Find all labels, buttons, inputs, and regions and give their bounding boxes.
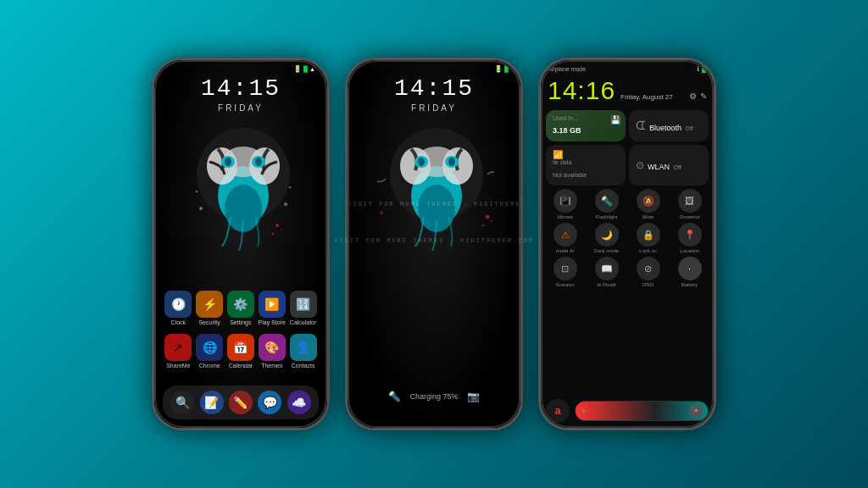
phone-3-screen: Airplane mode ℹ ▉ 14:16 Friday, August 2… [541,60,714,428]
mobile-data-icon: 📶 [553,150,619,159]
toggle-lockscreen[interactable]: 🔒 Lock sc [629,223,667,253]
flashlight-icon[interactable]: 🔦 [388,391,401,402]
airplane-bar: Airplane mode ℹ ▉ [548,65,707,73]
app-calendar[interactable]: 📅 Calendar [227,334,254,369]
location-circle: 📍 [678,223,702,247]
dock-cloud[interactable]: ☁️ [287,391,311,414]
phone-1-screen: 🔋 ▉ ▲ 14:15 FRIDAY 🕐 Clock ⚡ [154,60,327,428]
brightness-slider[interactable]: ☀ ☀ [575,401,709,421]
control-time: 14:16 [548,76,615,105]
vibrate-circle: 📳 [554,189,577,213]
lock-label: Lock sc [639,248,656,253]
app-clock[interactable]: 🕐 Clock [164,291,192,325]
svg-point-14 [275,224,279,227]
toggle-screenshot[interactable]: 🖼 Screenst [670,189,709,219]
app-security-label: Security [198,319,220,325]
location-label: Location [680,248,699,253]
toggle-dark-mode[interactable]: 🌙 Dark mode [587,223,626,253]
app-calendar-label: Calendar [229,363,253,369]
dark-circle: 🌙 [595,223,619,247]
tile-storage-value: 3.18 GB [553,126,581,135]
tile-wlan[interactable]: ⊙ WLAN Off [629,145,709,186]
toggle-scanner[interactable]: ⊡ Scanner [546,257,584,287]
calculator-icon: 🔢 [290,291,317,318]
toggle-reader[interactable]: 📖 Ie Readi [587,257,626,287]
app-chrome[interactable]: 🌐 Chrome [196,334,223,369]
quick-tiles: Used th... 3.18 GB 💾 ᗭ Bluetooth Off 📶 i… [541,110,714,186]
app-security[interactable]: ⚡ Security [196,291,223,325]
app-calculator-label: Calculator [290,319,317,325]
status-bar-1: 🔋 ▉ ▲ [154,60,327,75]
bluetooth-text: Bluetooth Off [649,119,693,134]
svg-point-8 [225,158,231,166]
status-icons-1: 🔋 ▉ ▲ [293,65,315,73]
tile-storage-label: Used th... [553,115,619,121]
chrome-icon: 🌐 [196,334,223,361]
mute-circle: 🔕 [637,189,660,213]
slider-dot: ☀ [689,404,703,418]
battery-icon-2: 🔋 [494,65,503,73]
battery-green-icon: ▉ [702,65,707,73]
dnd-label: DND [643,282,654,287]
battery-icon: 🔋 [293,65,302,73]
toggle-mute[interactable]: 🔕 Mute [629,189,667,219]
svg-point-11 [284,202,287,206]
charging-info: 🔦 Charging 75% 📷 [348,391,520,402]
camera-icon[interactable]: 📷 [467,391,480,402]
mute-label: Mute [643,214,654,219]
svg-point-26 [448,158,455,166]
app-themes-label: Themes [261,363,282,369]
reader-circle: 📖 [595,257,619,280]
signal-icon: ▉ [303,66,308,73]
dock-pencil[interactable]: ✏️ [229,391,253,414]
tiger-art [175,107,311,259]
app-contacts[interactable]: 👤 Contacts [290,334,317,369]
settings-circle-icon[interactable]: ⚙ [689,92,697,101]
calendar-icon: 📅 [227,334,254,361]
edit-icon[interactable]: ✎ [700,92,707,101]
dock-notes-icon: 📝 [200,391,224,414]
toggle-vibrate[interactable]: 📳 Vibrate [546,189,584,219]
clock-day-2: FRIDAY [348,103,520,113]
app-clock-label: Clock [171,319,186,325]
app-calculator[interactable]: 🔢 Calculator [290,291,317,325]
status-bar-2: 🔋 ▉ [348,60,520,75]
toggle-ai-mode[interactable]: ⚠ mode Ai [546,223,584,253]
tile-storage[interactable]: Used th... 3.18 GB 💾 [546,110,626,141]
dock-search[interactable]: 🔍 [170,391,194,414]
app-shareme[interactable]: ↗ ShareMe [164,334,192,369]
tile-mobile-data[interactable]: 📶 ile data Not available [546,145,626,186]
toggle-dnd[interactable]: ⊘ DND [629,257,667,287]
svg-point-25 [418,158,425,166]
toggle-row-1: 📳 Vibrate 🔦 Flashlight 🔕 Mute 🖼 Screenst [541,189,714,219]
bottom-search[interactable]: a [546,399,570,423]
app-themes[interactable]: 🎨 Themes [259,334,286,369]
app-settings[interactable]: ⚙️ Settings [227,291,254,325]
svg-point-10 [199,207,203,210]
scanner-circle: ⊡ [554,257,577,280]
app-playstore[interactable]: ▶️ Play Store [259,291,286,325]
storage-icon: 💾 [610,115,620,125]
dock-notes[interactable]: 📝 [200,391,224,414]
wlan-icon: ⊙ [636,159,644,171]
lock-circle: 🔒 [637,223,660,247]
clock-time-2: 14:15 [348,75,520,102]
screenshot-circle: 🖼 [678,189,702,213]
tiger-background-2 [348,60,520,428]
toggle-flashlight[interactable]: 🔦 Flashlight [587,189,626,219]
mobile-data-label: ile data [553,159,619,165]
app-settings-label: Settings [230,319,251,325]
bluetooth-sub: Off [685,125,693,131]
dock-chat[interactable]: 💬 [258,391,281,414]
toggle-battery[interactable]: · Battery [670,257,709,287]
svg-point-15 [272,233,275,236]
tile-bluetooth[interactable]: ᗭ Bluetooth Off [629,110,709,141]
toggle-location[interactable]: 📍 Location [670,223,709,253]
shareme-icon: ↗ [164,334,192,361]
settings-icon: ⚙️ [227,291,254,318]
phone-2: 🔋 ▉ 14:15 FRIDAY VISIT FOR MORE THEMES -… [345,58,523,430]
svg-point-12 [196,191,198,193]
bottom-bar: a ☀ ☀ [541,394,714,428]
svg-point-29 [491,220,492,222]
dark-label: Dark mode [594,248,619,253]
